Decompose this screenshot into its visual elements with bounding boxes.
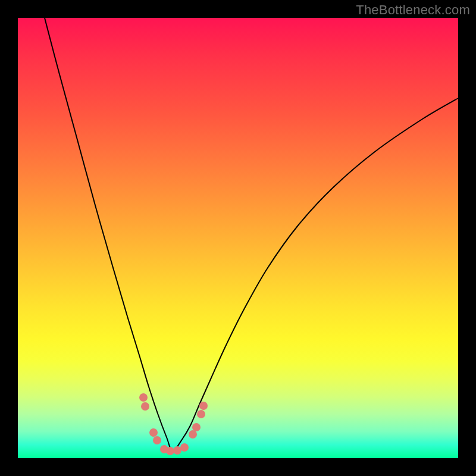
highlight-dot (192, 423, 201, 431)
chart-frame: TheBottleneck.com (0, 0, 476, 476)
highlight-dot (199, 402, 208, 410)
bottleneck-curve (45, 18, 458, 451)
highlight-dot (141, 402, 149, 411)
highlight-dot (166, 447, 174, 455)
highlight-dot (197, 410, 205, 418)
highlight-dot (180, 443, 189, 452)
highlight-dot (149, 428, 158, 437)
highlight-dots (139, 393, 208, 455)
highlight-dot (189, 430, 197, 439)
plot-area (18, 18, 458, 458)
watermark-text: TheBottleneck.com (356, 2, 470, 18)
highlight-dot (173, 446, 181, 455)
curve-svg (18, 18, 458, 458)
highlight-dot (153, 436, 161, 444)
highlight-dot (139, 393, 148, 402)
